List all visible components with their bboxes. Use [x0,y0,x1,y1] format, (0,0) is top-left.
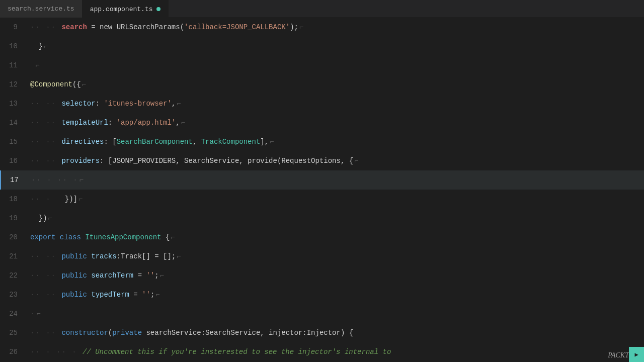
code-line: 18 ·· · })]⌐ [0,190,644,209]
code-line: 25 ·· ·· constructor(private searchServi… [0,323,644,342]
play-button[interactable] [629,347,644,362]
line-number: 26 [0,348,28,356]
token: ({ [72,80,81,88]
indent: ·· ·· [30,100,61,108]
code-line: 24 ·⌐ [0,304,644,323]
token: class [60,233,81,241]
token: public [61,272,87,280]
token [30,61,34,69]
code-line: 20 export class ItunesAppComponent {⌐ [0,228,644,247]
line-content: ·· ·· selector: 'itunes-browser',⌐ [28,100,644,108]
token: ], [260,138,269,146]
line-content: })⌐ [28,214,644,222]
token: ItunesAppComponent [85,233,161,241]
tab-bar: search.service.ts app.component.ts [0,0,644,18]
code-line: 12 @Component({⌐ [0,75,644,94]
token [87,291,91,299]
line-number: 9 [0,23,28,31]
line-content: ·· ·· public typedTerm = '';⌐ [28,291,644,299]
line-number: 21 [0,252,28,260]
token: '' [142,291,150,299]
line-content: ·· ·· public tracks:Track[] = [];⌐ [28,252,644,260]
token: typedTerm [91,291,129,299]
token: : [108,119,117,127]
token: ; [154,272,158,280]
line-content: ·· ·· search = new URLSearchParams('call… [28,23,644,31]
tab-app-component[interactable]: app.component.ts [83,0,169,18]
token: { [161,233,170,241]
token: SearchBarComponent [117,138,193,146]
line-number: 25 [0,329,28,337]
packt-logo: PACKT [608,351,629,359]
indent: ·· · ·· · [30,348,83,356]
eol-marker: ⌐ [44,42,48,50]
token [87,252,91,260]
code-editor: 9 ·· ·· search = new URLSearchParams('ca… [0,18,644,362]
token: directives [61,138,104,146]
line-number: 16 [0,157,28,165]
code-lines: 9 ·· ·· search = new URLSearchParams('ca… [0,18,644,361]
token: , [176,119,180,127]
token [87,272,91,280]
line-number: 10 [0,42,28,50]
line-content: }⌐ [28,42,644,50]
token: public [61,252,87,260]
token: : [96,100,104,108]
code-line: 13 ·· ·· selector: 'itunes-browser',⌐ [0,94,644,113]
token: templateUrl [61,119,108,127]
line-content: ·· · ·· ·⌐ [29,176,644,184]
code-line: 11 ⌐ [0,56,644,75]
line-number: 13 [0,100,28,108]
line-content: ·· ·· templateUrl: 'app/app.html',⌐ [28,119,644,127]
eol-marker: ⌐ [35,61,39,69]
token: , [193,138,201,146]
line-number: 24 [0,310,28,318]
token: } [30,42,43,50]
code-line: 15 ·· ·· directives: [SearchBarComponent… [0,132,644,151]
line-number: 18 [0,195,28,203]
line-number: 14 [0,119,28,127]
tab-search-service[interactable]: search.service.ts [0,0,83,18]
token: })] [56,195,77,203]
tab-modified-indicator [156,7,160,11]
token: tracks [91,252,116,260]
eol-marker: ⌐ [82,80,86,88]
token: TrackComponent [201,138,261,146]
line-number: 23 [0,291,28,299]
code-line: 10 }⌐ [0,37,644,56]
line-number: 12 [0,80,28,88]
line-number: 17 [1,176,29,184]
token: : [JSONP_PROVIDERS, SearchService, provi… [100,157,353,165]
code-line: 9 ·· ·· search = new URLSearchParams('ca… [0,18,644,37]
code-line: 14 ·· ·· templateUrl: 'app/app.html',⌐ [0,113,644,132]
indent: ·· ·· [30,329,61,337]
token: ( [108,329,112,337]
token: searchService:SearchService, injector:In… [142,329,353,337]
token [81,233,85,241]
line-number: 20 [0,233,28,241]
token: @Component [30,80,72,88]
token: export [30,233,55,241]
token: }) [30,214,47,222]
token: constructor [61,329,108,337]
token: 'itunes-browser' [104,100,171,108]
indent: ·· ·· [30,291,61,299]
token: private [112,329,142,337]
eol-marker: ⌐ [299,23,303,31]
token: public [61,291,87,299]
indent: ·· ·· [30,23,61,31]
eol-marker: ⌐ [78,195,83,203]
token: ); [290,23,298,31]
eol-marker: ⌐ [177,252,181,260]
eol-marker: ⌐ [181,119,185,127]
tab-label: search.service.ts [8,5,74,13]
line-content: export class ItunesAppComponent {⌐ [28,233,644,241]
token: = [129,291,142,299]
token: 'app/app.html' [117,119,176,127]
indent: ·· ·· [30,252,61,260]
token: = new URLSearchParams( [87,23,184,31]
eol-marker: ⌐ [171,233,175,241]
indent: ·· ·· [30,138,61,146]
token: , [172,100,176,108]
eol-marker: ⌐ [79,176,84,184]
